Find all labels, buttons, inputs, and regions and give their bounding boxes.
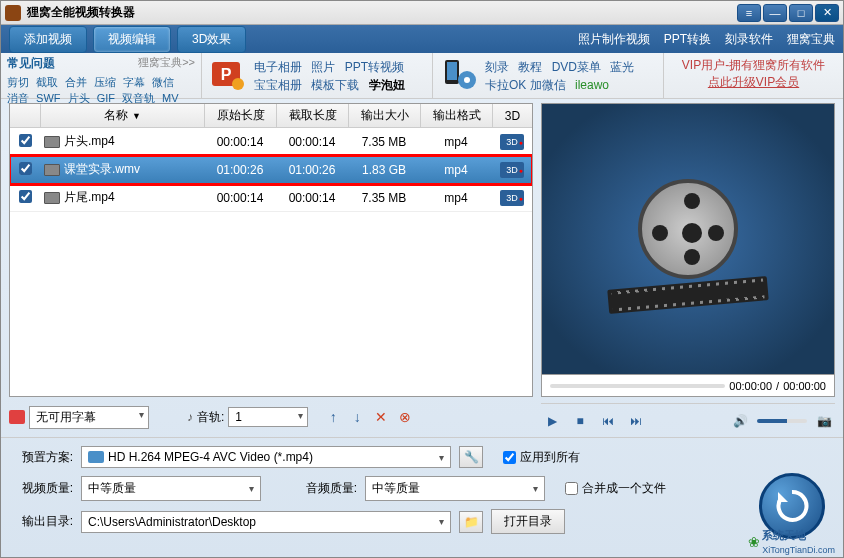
promo-link[interactable]: 蓝光 bbox=[610, 60, 634, 74]
file-format: mp4 bbox=[420, 191, 492, 205]
file-size: 1.83 GB bbox=[348, 163, 420, 177]
video-file-icon bbox=[44, 136, 60, 148]
vip-upgrade-link[interactable]: 点此升级VIP会员 bbox=[672, 74, 835, 91]
open-dir-button[interactable]: 打开目录 bbox=[491, 509, 565, 534]
preset-settings-button[interactable]: 🔧 bbox=[459, 446, 483, 468]
film-reel-icon bbox=[628, 179, 748, 299]
volume-icon[interactable]: 🔊 bbox=[729, 410, 751, 432]
file-cut-length: 00:00:14 bbox=[276, 191, 348, 205]
faq-title: 常见问题 bbox=[7, 55, 55, 72]
file-orig-length: 01:00:26 bbox=[204, 163, 276, 177]
video-quality-label: 视频质量: bbox=[13, 480, 73, 497]
file-row[interactable]: 片尾.mp400:00:1400:00:147.35 MBmp43D bbox=[10, 184, 532, 212]
window-title: 狸窝全能视频转换器 bbox=[27, 4, 737, 21]
faq-tag[interactable]: 字幕 bbox=[123, 76, 145, 88]
col-cut-length[interactable]: 截取长度 bbox=[276, 104, 348, 127]
file-size: 7.35 MB bbox=[348, 135, 420, 149]
next-button[interactable]: ⏭ bbox=[625, 410, 647, 432]
promo-link[interactable]: 教程 bbox=[518, 60, 542, 74]
3d-badge[interactable]: 3D bbox=[500, 190, 524, 206]
seek-bar[interactable] bbox=[550, 384, 725, 388]
3d-badge[interactable]: 3D bbox=[500, 162, 524, 178]
app-icon bbox=[5, 5, 21, 21]
col-name[interactable]: 名称▼ bbox=[40, 104, 204, 127]
3d-effect-tab[interactable]: 3D效果 bbox=[177, 26, 246, 53]
svg-point-2 bbox=[232, 78, 244, 90]
preset-label: 预置方案: bbox=[13, 449, 73, 466]
col-output-size[interactable]: 输出大小 bbox=[348, 104, 420, 127]
settings-icon[interactable]: ≡ bbox=[737, 4, 761, 22]
faq-tag[interactable]: 截取 bbox=[36, 76, 58, 88]
file-list-panel: 名称▼ 原始长度 截取长度 输出大小 输出格式 3D 片头.mp400:00:1… bbox=[9, 103, 533, 397]
faq-more-link[interactable]: 狸窝宝典>> bbox=[138, 55, 195, 72]
file-name: 课堂实录.wmv bbox=[64, 161, 140, 178]
mp4-icon bbox=[88, 451, 104, 463]
output-dir-input[interactable]: C:\Users\Administrator\Desktop bbox=[81, 511, 451, 533]
promo-text: 卡拉OK 加微信 bbox=[485, 78, 566, 92]
3d-badge[interactable]: 3D bbox=[500, 134, 524, 150]
apply-all-checkbox[interactable]: 应用到所有 bbox=[503, 449, 580, 466]
preset-select[interactable]: HD H.264 MPEG-4 AVC Video (*.mp4) bbox=[81, 446, 451, 468]
guide-link[interactable]: 狸窝宝典 bbox=[787, 31, 835, 48]
file-checkbox[interactable] bbox=[19, 162, 32, 175]
svg-point-6 bbox=[464, 77, 470, 83]
photo-video-link[interactable]: 照片制作视频 bbox=[578, 31, 650, 48]
audio-track-select[interactable]: 1 bbox=[228, 407, 308, 427]
close-button[interactable]: ✕ bbox=[815, 4, 839, 22]
file-name: 片尾.mp4 bbox=[64, 189, 115, 206]
video-file-icon bbox=[44, 192, 60, 204]
file-checkbox[interactable] bbox=[19, 134, 32, 147]
volume-slider[interactable] bbox=[757, 419, 807, 423]
video-file-icon bbox=[44, 164, 60, 176]
file-size: 7.35 MB bbox=[348, 191, 420, 205]
clear-button[interactable]: ⊗ bbox=[396, 408, 414, 426]
file-name: 片头.mp4 bbox=[64, 133, 115, 150]
promo-link[interactable]: 照片 bbox=[311, 60, 335, 74]
col-3d[interactable]: 3D bbox=[492, 104, 532, 127]
faq-tag[interactable]: 微信 bbox=[152, 76, 174, 88]
snapshot-button[interactable]: 📷 bbox=[813, 410, 835, 432]
svg-text:P: P bbox=[221, 66, 232, 83]
preview-screen bbox=[541, 103, 835, 375]
maximize-button[interactable]: □ bbox=[789, 4, 813, 22]
play-button[interactable]: ▶ bbox=[541, 410, 563, 432]
ppt-convert-link[interactable]: PPT转换 bbox=[664, 31, 711, 48]
subtitle-select[interactable]: 无可用字幕 bbox=[29, 406, 149, 429]
col-output-format[interactable]: 输出格式 bbox=[420, 104, 492, 127]
prev-button[interactable]: ⏮ bbox=[597, 410, 619, 432]
video-quality-select[interactable]: 中等质量 bbox=[81, 476, 261, 501]
file-row[interactable]: 片头.mp400:00:1400:00:147.35 MBmp43D bbox=[10, 128, 532, 156]
move-down-button[interactable]: ↓ bbox=[348, 408, 366, 426]
video-edit-tab[interactable]: 视频编辑 bbox=[93, 26, 171, 53]
stop-button[interactable]: ■ bbox=[569, 410, 591, 432]
promo-link[interactable]: 学泡妞 bbox=[369, 78, 405, 92]
file-cut-length: 00:00:14 bbox=[276, 135, 348, 149]
minimize-button[interactable]: — bbox=[763, 4, 787, 22]
merge-checkbox[interactable]: 合并成一个文件 bbox=[565, 480, 666, 497]
current-time: 00:00:00 bbox=[729, 380, 772, 392]
file-cut-length: 01:00:26 bbox=[276, 163, 348, 177]
promo-link[interactable]: 电子相册 bbox=[254, 60, 302, 74]
col-original-length[interactable]: 原始长度 bbox=[204, 104, 276, 127]
burn-software-link[interactable]: 刻录软件 bbox=[725, 31, 773, 48]
file-row[interactable]: 课堂实录.wmv01:00:2601:00:261.83 GBmp43D bbox=[10, 156, 532, 184]
remove-button[interactable]: ✕ bbox=[372, 408, 390, 426]
wechat-id[interactable]: ileawo bbox=[575, 78, 609, 92]
promo-link[interactable]: 宝宝相册 bbox=[254, 78, 302, 92]
faq-tag[interactable]: 合并 bbox=[65, 76, 87, 88]
promo-link[interactable]: 刻录 bbox=[485, 60, 509, 74]
output-dir-label: 输出目录: bbox=[13, 513, 73, 530]
browse-button[interactable]: 📁 bbox=[459, 511, 483, 533]
file-checkbox[interactable] bbox=[19, 190, 32, 203]
promo-link[interactable]: PPT转视频 bbox=[345, 60, 404, 74]
promo-link[interactable]: 模板下载 bbox=[311, 78, 359, 92]
move-up-button[interactable]: ↑ bbox=[324, 408, 342, 426]
audio-quality-label: 音频质量: bbox=[297, 480, 357, 497]
promo-link[interactable]: DVD菜单 bbox=[552, 60, 601, 74]
faq-tag[interactable]: 剪切 bbox=[7, 76, 29, 88]
add-video-tab[interactable]: 添加视频 bbox=[9, 26, 87, 53]
faq-tag[interactable]: 压缩 bbox=[94, 76, 116, 88]
subtitle-icon bbox=[9, 410, 25, 424]
file-format: mp4 bbox=[420, 135, 492, 149]
audio-quality-select[interactable]: 中等质量 bbox=[365, 476, 545, 501]
